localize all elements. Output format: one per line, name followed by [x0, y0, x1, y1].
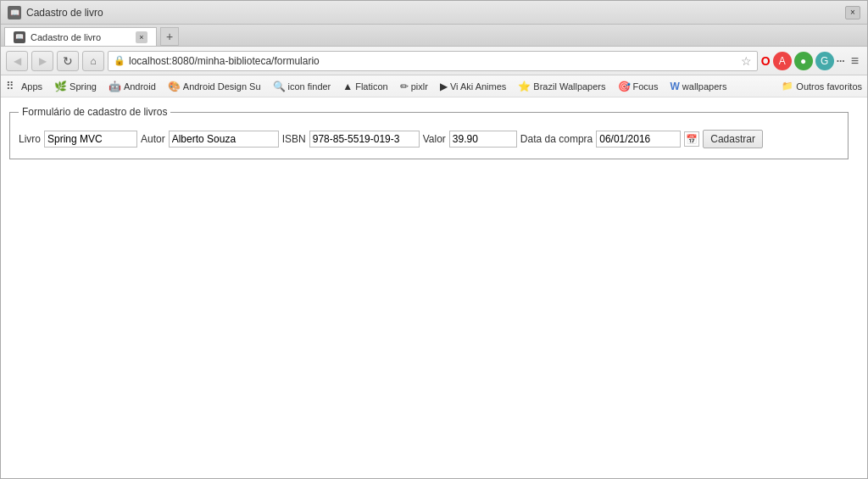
browser-window: 📖 Cadastro de livro × 📖 Cadastro de livr…	[0, 0, 868, 479]
adblock-icon[interactable]: A	[773, 52, 792, 70]
wallpapers-label: wallpapers	[682, 81, 727, 92]
bookmark-android-design[interactable]: 🎨 Android Design Su	[163, 79, 266, 94]
spring-icon: 🌿	[54, 81, 67, 92]
spring-label: Spring	[70, 81, 97, 92]
bookmark-apps[interactable]: Apps	[16, 80, 47, 93]
back-button[interactable]: ◀	[6, 51, 28, 71]
vi-aki-label: Vi Aki Animes	[450, 81, 506, 92]
url-text: localhost:8080/minha-biblioteca/formular…	[129, 55, 737, 67]
flaticon-label: Flaticon	[355, 81, 388, 92]
cadastrar-button[interactable]: Cadastrar	[703, 130, 763, 148]
navigation-bar: ◀ ▶ ↻ ⌂ 🔒 localhost:8080/minha-bibliotec…	[1, 47, 867, 75]
bookmark-wallpapers[interactable]: W wallpapers	[665, 79, 732, 94]
fieldset-legend: Formulário de cadastro de livros	[19, 106, 170, 118]
android-label: Android	[124, 81, 156, 92]
opera-icon[interactable]: O	[761, 54, 771, 68]
others-favorites-folder[interactable]: 📁 Outros favoritos	[782, 81, 862, 92]
bookmark-pixlr[interactable]: ✏ pixlr	[395, 79, 433, 94]
active-tab[interactable]: 📖 Cadastro de livro ×	[4, 27, 157, 46]
home-button[interactable]: ⌂	[82, 51, 104, 71]
isbn-input[interactable]	[309, 131, 420, 148]
calendar-icon[interactable]: 📅	[684, 131, 699, 147]
tab-title: Cadastro de livro	[31, 32, 101, 42]
icon-finder-icon: 🔍	[273, 81, 286, 92]
bookmarks-bar: ⠿ Apps 🌿 Spring 🤖 Android 🎨 Android Desi…	[1, 75, 867, 97]
lock-icon: 🔒	[114, 55, 125, 66]
android-icon: 🤖	[108, 81, 121, 92]
forward-button[interactable]: ▶	[31, 51, 53, 71]
tab-favicon: 📖	[8, 6, 21, 19]
more-extensions-icon[interactable]: ···	[837, 55, 845, 67]
flaticon-icon: ▲	[342, 81, 353, 92]
browser-menu-button[interactable]: ≡	[848, 53, 862, 69]
browser-extension-icons: O A ● G ··· ≡	[761, 52, 862, 70]
isbn-label: ISBN	[282, 133, 306, 145]
translate-icon[interactable]: G	[815, 52, 834, 70]
others-favorites-label: Outros favoritos	[796, 81, 862, 92]
tab-close-button[interactable]: ×	[845, 6, 860, 19]
bookmark-focus[interactable]: 🎯 Focus	[613, 79, 664, 94]
autor-label: Autor	[141, 133, 165, 145]
new-tab-button[interactable]: +	[160, 27, 179, 46]
form-row: Livro Autor ISBN Valor Data da compra 📅 …	[19, 130, 839, 148]
brazil-wallpapers-icon: ⭐	[518, 81, 531, 92]
valor-label: Valor	[423, 133, 446, 145]
tab-favicon-icon: 📖	[14, 31, 25, 43]
book-registration-fieldset: Formulário de cadastro de livros Livro A…	[9, 106, 849, 159]
bookmark-flaticon[interactable]: ▲ Flaticon	[337, 79, 392, 94]
folder-icon: 📁	[782, 81, 793, 92]
title-bar: 📖 Cadastro de livro ×	[1, 1, 867, 25]
bookmark-android[interactable]: 🤖 Android	[103, 79, 161, 94]
bookmark-brazil-wallpapers[interactable]: ⭐ Brazil Wallpapers	[513, 79, 610, 94]
livro-label: Livro	[19, 133, 41, 145]
page-content: Formulário de cadastro de livros Livro A…	[1, 97, 867, 478]
android-design-label: Android Design Su	[183, 81, 261, 92]
vi-aki-icon: ▶	[440, 81, 448, 92]
tab-bar: 📖 Cadastro de livro × +	[1, 25, 867, 47]
wallpapers-w-icon: W	[670, 81, 680, 92]
pixlr-label: pixlr	[411, 81, 428, 92]
icon-finder-label: icon finder	[288, 81, 331, 92]
focus-icon: 🎯	[618, 81, 631, 92]
livro-input[interactable]	[44, 131, 137, 148]
bookmark-icon-finder[interactable]: 🔍 icon finder	[268, 79, 337, 94]
apps-label: Apps	[21, 81, 42, 92]
bookmarks-right-section: 📁 Outros favoritos	[782, 81, 862, 92]
refresh-button[interactable]: ↻	[57, 51, 79, 71]
valor-input[interactable]	[449, 131, 517, 148]
data-input[interactable]	[596, 131, 681, 148]
android-design-icon: 🎨	[168, 81, 181, 92]
bookmark-vi-aki[interactable]: ▶ Vi Aki Animes	[435, 79, 511, 94]
extension-green-icon[interactable]: ●	[794, 52, 813, 70]
data-label: Data da compra	[520, 133, 593, 145]
focus-label: Focus	[633, 81, 659, 92]
autor-input[interactable]	[169, 131, 279, 148]
brazil-wallpapers-label: Brazil Wallpapers	[533, 81, 605, 92]
bookmark-spring[interactable]: 🌿 Spring	[49, 79, 102, 94]
address-bar[interactable]: 🔒 localhost:8080/minha-biblioteca/formul…	[108, 51, 758, 71]
tab-close-icon[interactable]: ×	[136, 31, 147, 43]
apps-grid-icon[interactable]: ⠿	[6, 80, 14, 92]
pixlr-icon: ✏	[400, 81, 409, 92]
bookmark-star-icon[interactable]: ☆	[741, 54, 752, 68]
window-title: Cadastro de livro	[26, 7, 842, 19]
